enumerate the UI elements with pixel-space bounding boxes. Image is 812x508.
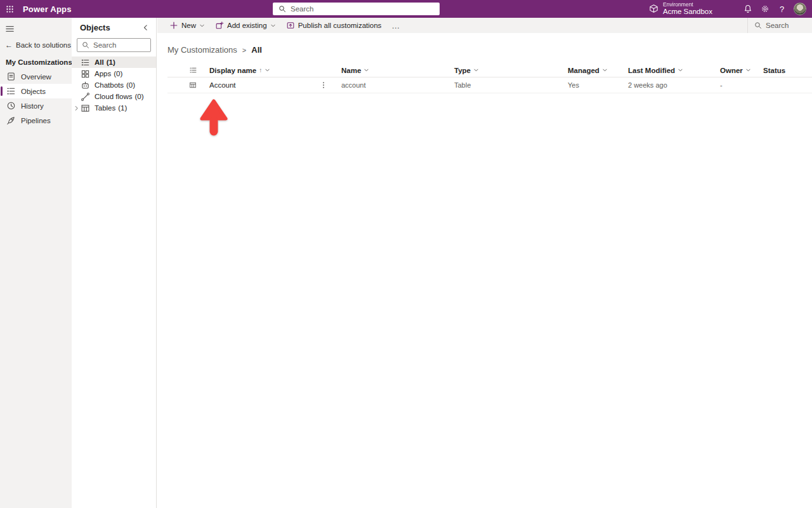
sidebar-item-label: Objects (21, 88, 46, 95)
view-search-input[interactable] (766, 22, 810, 29)
environment-name: Acme Sandbox (663, 8, 712, 16)
column-header-status[interactable]: Status (763, 67, 785, 74)
environment-icon (649, 4, 658, 13)
row-last-modified-cell: 2 weeks ago (628, 81, 720, 89)
chevron-down-icon (199, 23, 205, 29)
objects-panel-header: Objects (72, 18, 156, 35)
global-search-box[interactable] (273, 3, 440, 15)
new-button-label: New (181, 22, 196, 29)
sidebar-item-objects[interactable]: Objects (0, 84, 72, 98)
history-clock-icon (6, 101, 16, 110)
sort-ascending-icon: ↑ (259, 67, 262, 74)
column-header-name[interactable]: Name (341, 67, 369, 74)
back-to-solutions-link[interactable]: ← Back to solutions (0, 37, 72, 53)
row-managed-cell: Yes (568, 81, 628, 89)
table-row[interactable]: Account account Table Yes 2 weeks ago - (167, 77, 812, 93)
sidebar-item-history[interactable]: History (0, 98, 72, 113)
apps-grid-icon (81, 69, 90, 79)
new-button[interactable]: New (164, 18, 210, 33)
search-icon (278, 5, 286, 13)
back-to-solutions-label: Back to solutions (16, 41, 71, 49)
tree-item-label: Apps (95, 70, 111, 77)
row-name-cell: account (341, 81, 454, 89)
tree-item-all[interactable]: All (1) (72, 57, 156, 68)
table-icon (81, 104, 90, 113)
publish-all-label: Publish all customizations (298, 22, 382, 29)
sidebar-item-pipelines[interactable]: Pipelines (0, 113, 72, 128)
app-launcher-button[interactable] (0, 0, 19, 18)
plus-icon (169, 21, 178, 30)
column-header-managed[interactable]: Managed (568, 67, 608, 74)
list-icon (81, 58, 90, 67)
sidebar-item-overview[interactable]: Overview (0, 69, 72, 84)
publish-all-customizations-button[interactable]: Publish all customizations (281, 18, 387, 33)
objects-search-box[interactable] (77, 38, 151, 52)
tree-item-count: (0) (134, 93, 143, 100)
column-header-type[interactable]: Type (454, 67, 479, 74)
objects-table: Display name ↑ Name (167, 64, 812, 93)
bell-icon (743, 4, 752, 13)
powerapps-app: Power Apps Environment Acme Sandbox (0, 0, 812, 508)
view-search-box[interactable] (747, 18, 812, 33)
tree-item-label: All (95, 58, 104, 66)
chevron-down-icon (678, 67, 683, 73)
tree-item-count: (0) (114, 70, 122, 77)
row-type-cell: Table (454, 81, 568, 89)
command-bar: New Add existing Publish all customizati… (157, 18, 812, 33)
breadcrumb-current: All (251, 45, 262, 55)
add-existing-button[interactable]: Add existing (210, 18, 281, 33)
environment-text: Environment Acme Sandbox (663, 2, 712, 17)
objects-panel-title: Objects (80, 23, 110, 32)
user-avatar[interactable] (794, 3, 806, 15)
chevron-down-icon (602, 67, 608, 73)
breadcrumb-parent[interactable]: My Customizations (167, 45, 237, 55)
header-right-cluster: Environment Acme Sandbox ? (649, 0, 812, 18)
column-header-last-modified[interactable]: Last Modified (628, 67, 683, 74)
tree-item-chatbots[interactable]: Chatbots (0) (72, 79, 156, 91)
chevron-right-icon (74, 105, 79, 111)
column-header-owner[interactable]: Owner (720, 67, 751, 74)
overview-icon (6, 72, 16, 81)
row-more-options-icon[interactable] (320, 81, 327, 89)
objects-search-input[interactable] (93, 41, 150, 49)
chevron-down-icon (745, 67, 751, 73)
environment-picker[interactable]: Environment Acme Sandbox (649, 2, 739, 17)
help-button[interactable]: ? (773, 0, 790, 18)
objects-panel: Objects All (1) (72, 18, 157, 508)
sidebar-item-label: Overview (21, 73, 51, 81)
tree-item-apps[interactable]: Apps (0) (72, 68, 156, 79)
chevron-down-icon (363, 67, 369, 73)
breadcrumb-separator-icon: > (242, 46, 246, 54)
settings-button[interactable] (756, 0, 773, 18)
environment-label: Environment (663, 2, 712, 8)
add-existing-label: Add existing (227, 22, 267, 29)
hamburger-icon (5, 24, 15, 34)
tree-item-label: Cloud flows (95, 93, 132, 100)
cloud-flows-icon (81, 92, 90, 102)
more-commands-button[interactable]: … (386, 21, 405, 30)
tree-item-label: Tables (95, 104, 115, 112)
gear-icon (761, 4, 769, 13)
row-owner-cell: - (720, 81, 763, 89)
back-arrow-icon: ← (5, 41, 13, 50)
tree-item-count: (0) (126, 81, 135, 89)
row-display-name-link[interactable]: Account (209, 81, 236, 89)
select-all-icon[interactable] (189, 66, 197, 74)
notifications-button[interactable] (739, 0, 756, 18)
nav-collapse-button[interactable] (5, 22, 19, 35)
chevron-down-icon (270, 23, 276, 29)
app-title[interactable]: Power Apps (23, 4, 72, 14)
tree-item-cloud-flows[interactable]: Cloud flows (0) (72, 91, 156, 102)
tree-item-tables[interactable]: Tables (1) (72, 102, 156, 114)
pipelines-rocket-icon (6, 116, 16, 125)
solution-name-label: My Customizations (0, 53, 72, 69)
panel-collapse-button[interactable] (142, 24, 149, 31)
table-header-row: Display name ↑ Name (167, 64, 812, 77)
column-header-display-name[interactable]: Display name ↑ (209, 67, 270, 74)
annotation-arrow-up (199, 98, 228, 138)
global-search-input[interactable] (291, 5, 417, 13)
breadcrumb: My Customizations > All (157, 33, 812, 55)
chevron-left-icon (142, 24, 149, 31)
chevron-down-icon (473, 67, 479, 73)
sidebar-item-label: History (21, 102, 44, 110)
